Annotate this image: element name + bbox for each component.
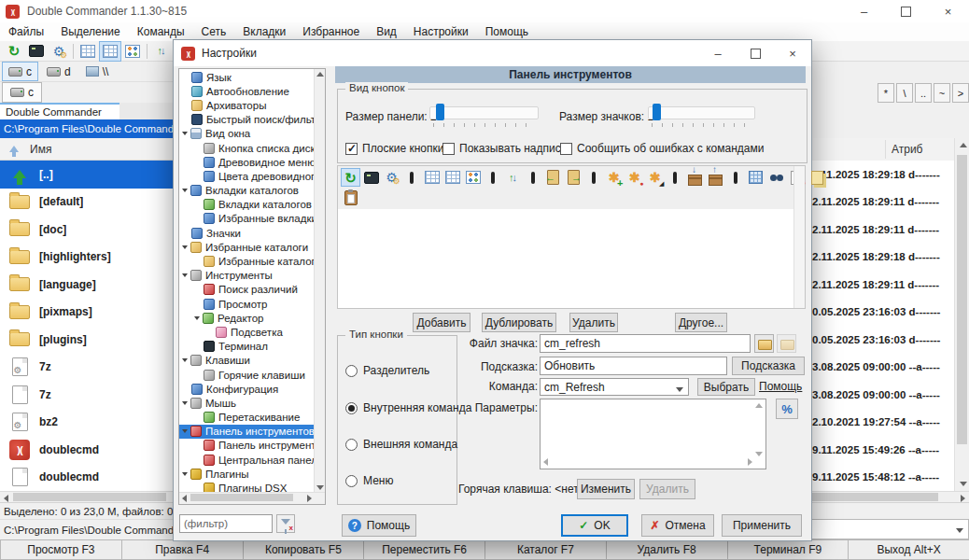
expand-chevron-icon[interactable] — [182, 472, 188, 476]
radio-option-4[interactable]: Меню — [345, 474, 393, 487]
tree-item[interactable]: Быстрый поиск/фильтр — [179, 113, 316, 127]
tooltip-input[interactable] — [540, 357, 727, 375]
scrollbar-thumb[interactable] — [811, 493, 938, 501]
rename-button[interactable] — [808, 168, 827, 187]
file-row[interactable]: [default] — [0, 189, 173, 217]
menu-item[interactable]: Настройки — [405, 22, 477, 41]
tree-item[interactable]: Значки — [179, 226, 316, 240]
gear-add-button[interactable] — [604, 168, 624, 187]
hotkey-delete-button[interactable]: Удалить — [639, 479, 695, 499]
view-full-button[interactable] — [99, 41, 121, 62]
refresh-button[interactable] — [3, 41, 25, 62]
checkbox-2[interactable]: Показывать надписи — [442, 142, 567, 155]
tree-horizontal-scrollbar[interactable] — [179, 492, 325, 504]
options-button[interactable] — [48, 41, 70, 62]
icon-size-slider[interactable] — [648, 103, 755, 127]
close-button[interactable]: × — [927, 0, 969, 22]
file-row[interactable]: bz2 — [0, 409, 173, 437]
maximize-button[interactable] — [885, 0, 927, 22]
menu-item[interactable]: Выделение — [52, 22, 129, 41]
expand-chevron-icon[interactable] — [182, 358, 188, 362]
expand-chevron-icon[interactable] — [182, 132, 188, 135]
function-key-button[interactable]: Просмотр F3 — [0, 539, 122, 560]
door-in-button[interactable] — [543, 168, 563, 187]
gear-edit-button[interactable] — [645, 168, 665, 187]
file-attr-row[interactable]: 2.11.2025 18:29:18 d------- — [810, 244, 954, 272]
tree-item[interactable]: Редактор — [179, 311, 316, 325]
dialog-maximize-button[interactable] — [737, 40, 774, 66]
drive-button-network[interactable]: \\ — [79, 62, 116, 81]
file-row[interactable]: [pixmaps] — [0, 299, 173, 327]
file-row[interactable]: [doc] — [0, 216, 173, 244]
extract-icon-button[interactable] — [777, 334, 796, 353]
tree-item[interactable]: Плагины — [179, 467, 316, 481]
tree-item[interactable]: Язык — [179, 70, 316, 84]
command-combobox[interactable]: cm_Refresh — [540, 378, 689, 396]
apply-button[interactable]: Применить — [722, 514, 802, 537]
quick-dir-button[interactable]: > — [952, 83, 969, 103]
ok-button[interactable]: ✓ OK — [561, 514, 628, 537]
command-help-link[interactable]: Помощь — [759, 380, 802, 393]
file-attr-row[interactable]: 2.11.2025 18:29:11 d------- — [810, 189, 954, 217]
menu-item[interactable]: Команды — [129, 22, 193, 41]
options-button[interactable] — [382, 168, 401, 187]
menu-item[interactable]: Файлы — [0, 22, 52, 41]
file-attr-row[interactable]: 2.10.2021 19:27:54 --a----- — [810, 409, 954, 437]
tree-item[interactable]: Горячие клавиши — [179, 368, 316, 382]
function-key-button[interactable]: Правка F4 — [121, 539, 244, 560]
quick-dir-button[interactable]: \ — [896, 83, 913, 103]
expand-chevron-icon[interactable] — [182, 429, 188, 433]
tree-item[interactable]: Панель инструментов — [179, 439, 316, 453]
tree-item[interactable]: Кнопка списка дисков — [179, 141, 316, 155]
tree-item[interactable]: Древовидное меню — [179, 155, 316, 169]
add-button[interactable]: Добавить — [413, 313, 470, 332]
menu-item[interactable]: Вкладки — [234, 22, 294, 41]
function-key-button[interactable]: Копировать F5 — [243, 539, 365, 560]
attr-column-header[interactable]: Атриб — [810, 138, 954, 161]
dialog-minimize-button[interactable]: – — [699, 40, 737, 66]
gear-del-button[interactable] — [625, 168, 644, 187]
file-attr-row[interactable]: 0.05.2025 23:16:03 d------- — [810, 326, 954, 354]
current-path-bar[interactable]: C:\Program Files\Double Commande — [0, 119, 173, 138]
hotkey-change-button[interactable]: Изменить — [577, 479, 635, 499]
tree-item[interactable]: Поиск различий — [179, 283, 316, 297]
tree-item[interactable]: Панель инструментов — [179, 425, 316, 439]
dialog-close-button[interactable]: × — [774, 40, 811, 66]
expand-chevron-icon[interactable] — [182, 401, 188, 405]
checkbox-1[interactable]: Плоские кнопки — [345, 142, 443, 155]
duplicate-button[interactable]: Дублировать — [482, 313, 556, 332]
file-attr-row[interactable]: 3.08.2025 09:00:00 --a----- — [810, 354, 954, 382]
file-attr-row[interactable]: 2.11.2025 18:29:11 d------- — [810, 216, 954, 244]
file-attr-row[interactable]: 3.08.2025 09:00:00 --a----- — [810, 381, 954, 409]
quick-dir-button[interactable]: .. — [915, 83, 932, 103]
other-button[interactable]: Другое... — [675, 313, 727, 332]
function-key-button[interactable]: Переместить F6 — [363, 539, 485, 560]
file-row[interactable]: doublecmd — [0, 436, 173, 464]
tree-item[interactable]: Перетаскивание — [179, 411, 316, 425]
radio-option-3[interactable]: Внешняя команда — [345, 438, 457, 451]
drive-button-d[interactable]: d — [40, 62, 77, 81]
tree-item[interactable]: Вид окна — [179, 127, 316, 141]
tree-item[interactable]: Вкладки каталогов (до — [179, 198, 316, 212]
paste-button[interactable] — [341, 189, 360, 207]
tree-item[interactable]: Цвета древовидного м — [179, 169, 316, 183]
file-attr-row[interactable]: 2.11.2025 18:29:18 d------- — [810, 161, 954, 189]
tree-filter-input[interactable] — [179, 514, 273, 533]
view-brief-button[interactable] — [422, 168, 442, 187]
tree-item[interactable]: Центральная панель — [179, 453, 316, 467]
icon-file-input[interactable] — [540, 334, 751, 353]
file-attr-row[interactable]: 9.11.2025 15:49:26 --a----- — [810, 436, 954, 464]
file-row[interactable]: [..] — [0, 161, 173, 189]
tree-item[interactable]: Вкладки каталогов — [179, 184, 316, 198]
radio-option-1[interactable]: Разделитель — [345, 364, 429, 377]
expand-chevron-icon[interactable] — [182, 189, 188, 192]
file-row[interactable]: 7z — [0, 354, 173, 382]
tree-item[interactable]: Просмотр — [179, 297, 316, 311]
function-key-button[interactable]: Каталог F7 — [484, 539, 607, 560]
tree-item[interactable]: Подсветка — [179, 325, 316, 339]
expand-chevron-icon[interactable] — [194, 316, 200, 320]
tree-item[interactable]: Автообновление — [179, 84, 316, 98]
quick-dir-button[interactable]: * — [878, 83, 894, 103]
tree-item[interactable]: Плагины DSX — [179, 481, 316, 492]
preview-scrollbar[interactable] — [793, 166, 805, 308]
